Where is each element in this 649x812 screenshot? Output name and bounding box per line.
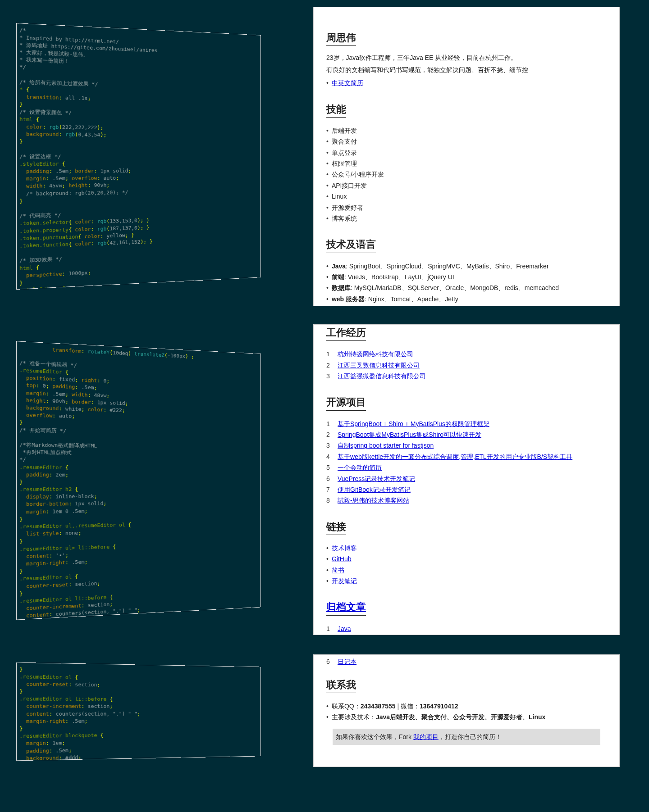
contact-wx: 13647910412 bbox=[420, 703, 458, 710]
tech-list: Java: SpringBoot、SpringCloud、SpringMVC、M… bbox=[326, 261, 607, 306]
style-editor-col-1: /* * Inspired by http://strml.net/ * 源码地… bbox=[7, 7, 313, 306]
list-item: 前端: VueJs、Bootstrap、LayUI、jQuery UI bbox=[326, 272, 607, 282]
list-item: 基于web版kettle开发的一套分布式综合调度,管理,ETL开发的用户专业版B… bbox=[326, 452, 607, 462]
resume-editor-2[interactable]: 工作经历 杭州特扬网络科技有限公司江西三叉数信息科技有限公司江西益强微盈信息科技… bbox=[313, 324, 620, 635]
style-editor-3[interactable]: } .resumeEditor ol { counter-reset: sect… bbox=[16, 662, 261, 760]
resume-editor-1[interactable]: 周思伟 23岁，Java软件工程师，三年Java EE 从业经验，目前在杭州工作… bbox=[313, 7, 620, 306]
skills-heading: 技能 bbox=[326, 101, 346, 118]
list-item: 技术博客 bbox=[326, 543, 607, 553]
lang-link-list: 中英文简历 bbox=[326, 78, 607, 88]
intro-line-1: 23岁，Java软件工程师，三年Java EE 从业经验，目前在杭州工作。 bbox=[326, 53, 607, 63]
list-link[interactable]: Java bbox=[338, 625, 351, 632]
list-item: API接口开发 bbox=[326, 181, 607, 191]
list-item: 后端开发 bbox=[326, 126, 607, 136]
list-item: 公众号/小程序开发 bbox=[326, 169, 607, 179]
list-item: 江西益强微盈信息科技有限公司 bbox=[326, 371, 607, 381]
row-3: } .resumeEditor ol { counter-reset: sect… bbox=[0, 654, 649, 768]
fork-link[interactable]: 我的项目 bbox=[413, 733, 439, 740]
list-item: 开发笔记 bbox=[326, 576, 607, 586]
contact-qq-line: 联系QQ：2434387555 | 微信：13647910412 bbox=[326, 701, 607, 711]
list-item: GitHub bbox=[326, 554, 607, 564]
list-link[interactable]: 試毅-思伟的技术博客网站 bbox=[338, 497, 409, 504]
resume-editor-3[interactable]: 6日记本 联系我 联系QQ：2434387555 | 微信：1364791041… bbox=[313, 654, 620, 767]
links-list: 技术博客GitHub简书开发笔记 bbox=[326, 543, 607, 586]
list-item: 单点登录 bbox=[326, 148, 607, 158]
list-link[interactable]: 杭州特扬网络科技有限公司 bbox=[338, 350, 413, 358]
list-item: OS: Linux、Windows bbox=[326, 305, 607, 306]
resume-name: 周思伟 bbox=[326, 30, 356, 46]
list-item: 一个会动的简历 bbox=[326, 463, 607, 472]
list-link[interactable]: 自制spring boot starter for fastjson bbox=[338, 442, 434, 449]
list-item: Java bbox=[326, 624, 607, 634]
list-item: 試毅-思伟的技术博客网站 bbox=[326, 495, 607, 505]
list-item: VuePress记录技术开发笔记 bbox=[326, 474, 607, 484]
list-item: Linux bbox=[326, 635, 607, 635]
contact-tech: Java后端开发、聚合支付、公众号开发、开源爱好者、Linux bbox=[376, 713, 545, 721]
list-link[interactable]: 技术博客 bbox=[332, 544, 357, 552]
list-link[interactable]: 简书 bbox=[332, 567, 344, 574]
style-editor-1[interactable]: /* * Inspired by http://strml.net/ * 源码地… bbox=[16, 23, 261, 290]
proj-heading: 开源项目 bbox=[326, 394, 366, 410]
list-link[interactable]: 江西益强微盈信息科技有限公司 bbox=[338, 372, 426, 380]
list-item: 简书 bbox=[326, 565, 607, 575]
list-link[interactable]: 江西三叉数信息科技有限公司 bbox=[338, 362, 420, 369]
archive-item-6: 6日记本 bbox=[326, 657, 607, 667]
list-link[interactable]: SpringBoot集成MyBatisPlus集成Shiro可以快速开发 bbox=[338, 431, 481, 438]
list-link[interactable]: 基于web版kettle开发的一套分布式综合调度,管理,ETL开发的用户专业版B… bbox=[338, 453, 572, 460]
list-item: 自制spring boot starter for fastjson bbox=[326, 440, 607, 450]
proj-list: 基于SpringBoot + Shiro + MyBatisPlus的权限管理框… bbox=[326, 419, 607, 506]
resume-col-2: 工作经历 杭州特扬网络科技有限公司江西三叉数信息科技有限公司江西益强微盈信息科技… bbox=[313, 324, 629, 636]
resume-col-1: 周思伟 23岁，Java软件工程师，三年Java EE 从业经验，目前在杭州工作… bbox=[313, 7, 629, 306]
contact-tech-line: 主要涉及技术：Java后端开发、聚合支付、公众号开发、开源爱好者、Linux bbox=[326, 712, 607, 722]
list-link[interactable]: 使用GitBook记录开发笔记 bbox=[338, 486, 411, 493]
resume-col-3: 6日记本 联系我 联系QQ：2434387555 | 微信：1364791041… bbox=[313, 654, 629, 768]
contact-list: 联系QQ：2434387555 | 微信：13647910412 主要涉及技术：… bbox=[326, 701, 607, 722]
list-link[interactable]: 基于SpringBoot + Shiro + MyBatisPlus的权限管理框… bbox=[338, 420, 489, 427]
list-item: 开源爱好者 bbox=[326, 203, 607, 213]
list-link[interactable]: 开发笔记 bbox=[332, 577, 357, 585]
list-item: 博客系统 bbox=[326, 213, 607, 223]
row-2: transform: rotateY(10deg) translateZ(-10… bbox=[0, 324, 649, 636]
list-item: 使用GitBook记录开发笔记 bbox=[326, 485, 607, 494]
archive-heading: 归档文章 bbox=[326, 599, 366, 615]
list-link[interactable]: 一个会动的简历 bbox=[338, 464, 382, 471]
list-item: 基于SpringBoot + Shiro + MyBatisPlus的权限管理框… bbox=[326, 419, 607, 429]
style-editor-2[interactable]: transform: rotateY(10deg) translateZ(-10… bbox=[16, 341, 261, 620]
archive-item-6-num: 6 bbox=[326, 657, 334, 667]
style-editor-col-3: } .resumeEditor ol { counter-reset: sect… bbox=[7, 654, 313, 768]
skills-list: 后端开发聚合支付单点登录权限管理公众号/小程序开发API接口开发Linux开源爱… bbox=[326, 126, 607, 224]
tech-heading: 技术及语言 bbox=[326, 236, 376, 253]
archive-heading-link[interactable]: 归档文章 bbox=[326, 601, 366, 612]
list-item: SpringBoot集成MyBatisPlus集成Shiro可以快速开发 bbox=[326, 430, 607, 440]
work-list: 杭州特扬网络科技有限公司江西三叉数信息科技有限公司江西益强微盈信息科技有限公司 bbox=[326, 349, 607, 381]
list-item: 权限管理 bbox=[326, 159, 607, 168]
intro-line-2: 有良好的文档编写和代码书写规范，能独立解决问题、百折不挠、细节控 bbox=[326, 65, 607, 75]
lang-link[interactable]: 中英文简历 bbox=[332, 79, 363, 86]
list-item: 聚合支付 bbox=[326, 136, 607, 146]
row-1: /* * Inspired by http://strml.net/ * 源码地… bbox=[0, 7, 649, 306]
work-heading-2: 工作经历 bbox=[326, 325, 366, 341]
list-item: Java: SpringBoot、SpringCloud、SpringMVC、M… bbox=[326, 261, 607, 271]
archive-list: JavaLinuxELK日志分析MySQLHexo bbox=[326, 624, 607, 635]
list-item: 数据库: MySQL/MariaDB、SQLServer、Oracle、Mong… bbox=[326, 283, 607, 293]
links-heading: 链接 bbox=[326, 519, 346, 535]
list-item: 杭州特扬网络科技有限公司 bbox=[326, 349, 607, 359]
list-item: web 服务器: Nginx、Tomcat、Apache、Jetty bbox=[326, 294, 607, 304]
archive-item-6-link[interactable]: 日记本 bbox=[338, 658, 356, 665]
list-item: 江西三叉数信息科技有限公司 bbox=[326, 360, 607, 370]
list-link[interactable]: GitHub bbox=[332, 555, 352, 563]
list-item: Linux bbox=[326, 191, 607, 201]
style-editor-col-2: transform: rotateY(10deg) translateZ(-10… bbox=[7, 324, 313, 636]
list-link[interactable]: VuePress记录技术开发笔记 bbox=[338, 475, 415, 482]
contact-qq: 2434387555 bbox=[361, 703, 396, 710]
fork-quote: 如果你喜欢这个效果，Fork 我的项目，打造你自己的简历！ bbox=[333, 729, 600, 745]
contact-heading: 联系我 bbox=[326, 677, 356, 693]
